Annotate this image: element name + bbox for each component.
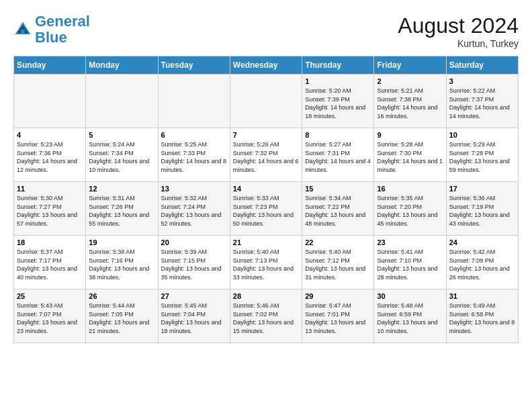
day-number: 7 bbox=[233, 131, 299, 139]
calendar-cell: 19Sunrise: 5:38 AMSunset: 7:16 PMDayligh… bbox=[86, 236, 158, 289]
header-wednesday: Wednesday bbox=[230, 56, 302, 75]
calendar-cell: 28Sunrise: 5:46 AMSunset: 7:02 PMDayligh… bbox=[230, 289, 302, 343]
calendar-cell: 17Sunrise: 5:36 AMSunset: 7:19 PMDayligh… bbox=[446, 182, 518, 236]
calendar-cell: 14Sunrise: 5:33 AMSunset: 7:23 PMDayligh… bbox=[230, 182, 302, 236]
calendar-week-row: 11Sunrise: 5:30 AMSunset: 7:27 PMDayligh… bbox=[14, 182, 519, 236]
day-number: 4 bbox=[17, 131, 83, 139]
logo: General Blue bbox=[13, 13, 90, 46]
calendar-cell: 27Sunrise: 5:45 AMSunset: 7:04 PMDayligh… bbox=[158, 289, 230, 343]
logo-line2: Blue bbox=[35, 29, 67, 46]
day-number: 17 bbox=[449, 185, 515, 193]
calendar-header-row: SundayMondayTuesdayWednesdayThursdayFrid… bbox=[14, 56, 519, 75]
day-info: Sunrise: 5:33 AMSunset: 7:23 PMDaylight:… bbox=[233, 194, 299, 228]
calendar-cell: 31Sunrise: 5:49 AMSunset: 6:58 PMDayligh… bbox=[446, 289, 518, 343]
page-header: General Blue August 2024 Kurtun, Turkey bbox=[13, 13, 519, 49]
day-info: Sunrise: 5:27 AMSunset: 7:31 PMDaylight:… bbox=[305, 140, 371, 174]
calendar-cell: 23Sunrise: 5:41 AMSunset: 7:10 PMDayligh… bbox=[374, 236, 446, 289]
calendar-cell: 24Sunrise: 5:42 AMSunset: 7:09 PMDayligh… bbox=[446, 236, 518, 289]
day-info: Sunrise: 5:35 AMSunset: 7:20 PMDaylight:… bbox=[377, 194, 443, 228]
location: Kurtun, Turkey bbox=[398, 38, 519, 49]
header-monday: Monday bbox=[86, 56, 158, 75]
day-info: Sunrise: 5:48 AMSunset: 6:59 PMDaylight:… bbox=[377, 302, 443, 335]
day-info: Sunrise: 5:41 AMSunset: 7:10 PMDaylight:… bbox=[377, 248, 443, 281]
day-info: Sunrise: 5:28 AMSunset: 7:30 PMDaylight:… bbox=[377, 140, 443, 174]
calendar-cell: 5Sunrise: 5:24 AMSunset: 7:34 PMDaylight… bbox=[86, 128, 158, 182]
day-number: 1 bbox=[305, 77, 371, 85]
calendar-cell: 20Sunrise: 5:39 AMSunset: 7:15 PMDayligh… bbox=[158, 236, 230, 289]
day-info: Sunrise: 5:45 AMSunset: 7:04 PMDaylight:… bbox=[161, 302, 227, 335]
day-number: 3 bbox=[449, 77, 515, 85]
day-info: Sunrise: 5:24 AMSunset: 7:34 PMDaylight:… bbox=[89, 140, 154, 174]
calendar-cell: 30Sunrise: 5:48 AMSunset: 6:59 PMDayligh… bbox=[374, 289, 446, 343]
day-number: 27 bbox=[161, 292, 227, 300]
calendar-cell: 8Sunrise: 5:27 AMSunset: 7:31 PMDaylight… bbox=[302, 128, 374, 182]
header-sunday: Sunday bbox=[14, 56, 86, 75]
title-area: August 2024 Kurtun, Turkey bbox=[398, 13, 519, 49]
calendar-table: SundayMondayTuesdayWednesdayThursdayFrid… bbox=[13, 56, 519, 343]
day-number: 29 bbox=[305, 292, 371, 300]
calendar-week-row: 25Sunrise: 5:43 AMSunset: 7:07 PMDayligh… bbox=[14, 289, 519, 343]
day-number: 5 bbox=[89, 131, 154, 139]
day-number: 23 bbox=[377, 238, 443, 246]
day-number: 10 bbox=[449, 131, 515, 139]
calendar-cell: 18Sunrise: 5:37 AMSunset: 7:17 PMDayligh… bbox=[14, 236, 86, 289]
day-number: 30 bbox=[377, 292, 443, 300]
day-info: Sunrise: 5:42 AMSunset: 7:09 PMDaylight:… bbox=[449, 248, 515, 281]
day-number: 26 bbox=[89, 292, 154, 300]
day-info: Sunrise: 5:34 AMSunset: 7:22 PMDaylight:… bbox=[305, 194, 371, 228]
day-info: Sunrise: 5:40 AMSunset: 7:13 PMDaylight:… bbox=[233, 248, 299, 281]
calendar-cell: 11Sunrise: 5:30 AMSunset: 7:27 PMDayligh… bbox=[14, 182, 86, 236]
calendar-cell: 16Sunrise: 5:35 AMSunset: 7:20 PMDayligh… bbox=[374, 182, 446, 236]
day-info: Sunrise: 5:26 AMSunset: 7:32 PMDaylight:… bbox=[233, 140, 299, 174]
day-number: 28 bbox=[233, 292, 299, 300]
day-info: Sunrise: 5:43 AMSunset: 7:07 PMDaylight:… bbox=[17, 302, 83, 335]
day-number: 11 bbox=[17, 185, 83, 193]
day-number: 21 bbox=[233, 238, 299, 246]
day-info: Sunrise: 5:38 AMSunset: 7:16 PMDaylight:… bbox=[89, 248, 154, 281]
calendar-week-row: 4Sunrise: 5:23 AMSunset: 7:36 PMDaylight… bbox=[14, 128, 519, 182]
day-number: 6 bbox=[161, 131, 227, 139]
day-number: 24 bbox=[449, 238, 515, 246]
day-number: 13 bbox=[161, 185, 227, 193]
calendar-cell: 9Sunrise: 5:28 AMSunset: 7:30 PMDaylight… bbox=[374, 128, 446, 182]
day-info: Sunrise: 5:39 AMSunset: 7:15 PMDaylight:… bbox=[161, 248, 227, 281]
calendar-cell: 6Sunrise: 5:25 AMSunset: 7:33 PMDaylight… bbox=[158, 128, 230, 182]
day-info: Sunrise: 5:40 AMSunset: 7:12 PMDaylight:… bbox=[305, 248, 371, 281]
day-info: Sunrise: 5:49 AMSunset: 6:58 PMDaylight:… bbox=[449, 302, 515, 335]
calendar-cell: 13Sunrise: 5:32 AMSunset: 7:24 PMDayligh… bbox=[158, 182, 230, 236]
calendar-week-row: 18Sunrise: 5:37 AMSunset: 7:17 PMDayligh… bbox=[14, 236, 519, 289]
day-info: Sunrise: 5:36 AMSunset: 7:19 PMDaylight:… bbox=[449, 194, 515, 228]
day-number: 16 bbox=[377, 185, 443, 193]
day-number: 31 bbox=[449, 292, 515, 300]
header-thursday: Thursday bbox=[302, 56, 374, 75]
day-info: Sunrise: 5:23 AMSunset: 7:36 PMDaylight:… bbox=[17, 140, 83, 174]
svg-rect-2 bbox=[21, 30, 25, 34]
day-number: 18 bbox=[17, 238, 83, 246]
day-number: 22 bbox=[305, 238, 371, 246]
calendar-cell: 4Sunrise: 5:23 AMSunset: 7:36 PMDaylight… bbox=[14, 128, 86, 182]
calendar-week-row: 1Sunrise: 5:20 AMSunset: 7:39 PMDaylight… bbox=[14, 75, 519, 128]
calendar-cell: 15Sunrise: 5:34 AMSunset: 7:22 PMDayligh… bbox=[302, 182, 374, 236]
calendar-cell: 25Sunrise: 5:43 AMSunset: 7:07 PMDayligh… bbox=[14, 289, 86, 343]
day-info: Sunrise: 5:47 AMSunset: 7:01 PMDaylight:… bbox=[305, 302, 371, 335]
day-info: Sunrise: 5:29 AMSunset: 7:28 PMDaylight:… bbox=[449, 140, 515, 174]
logo-icon bbox=[13, 20, 32, 39]
header-friday: Friday bbox=[374, 56, 446, 75]
month-year: August 2024 bbox=[398, 13, 519, 38]
day-number: 9 bbox=[377, 131, 443, 139]
day-info: Sunrise: 5:20 AMSunset: 7:39 PMDaylight:… bbox=[305, 87, 371, 120]
calendar-cell: 1Sunrise: 5:20 AMSunset: 7:39 PMDaylight… bbox=[302, 75, 374, 128]
calendar-cell: 12Sunrise: 5:31 AMSunset: 7:26 PMDayligh… bbox=[86, 182, 158, 236]
logo-text: General Blue bbox=[35, 13, 90, 46]
calendar-cell: 3Sunrise: 5:22 AMSunset: 7:37 PMDaylight… bbox=[446, 75, 518, 128]
day-number: 8 bbox=[305, 131, 371, 139]
day-info: Sunrise: 5:21 AMSunset: 7:38 PMDaylight:… bbox=[377, 87, 443, 120]
day-info: Sunrise: 5:44 AMSunset: 7:05 PMDaylight:… bbox=[89, 302, 154, 335]
calendar-cell: 21Sunrise: 5:40 AMSunset: 7:13 PMDayligh… bbox=[230, 236, 302, 289]
day-number: 19 bbox=[89, 238, 154, 246]
day-number: 20 bbox=[161, 238, 227, 246]
calendar-cell bbox=[230, 75, 302, 128]
calendar-cell: 29Sunrise: 5:47 AMSunset: 7:01 PMDayligh… bbox=[302, 289, 374, 343]
day-number: 12 bbox=[89, 185, 154, 193]
calendar-cell bbox=[14, 75, 86, 128]
